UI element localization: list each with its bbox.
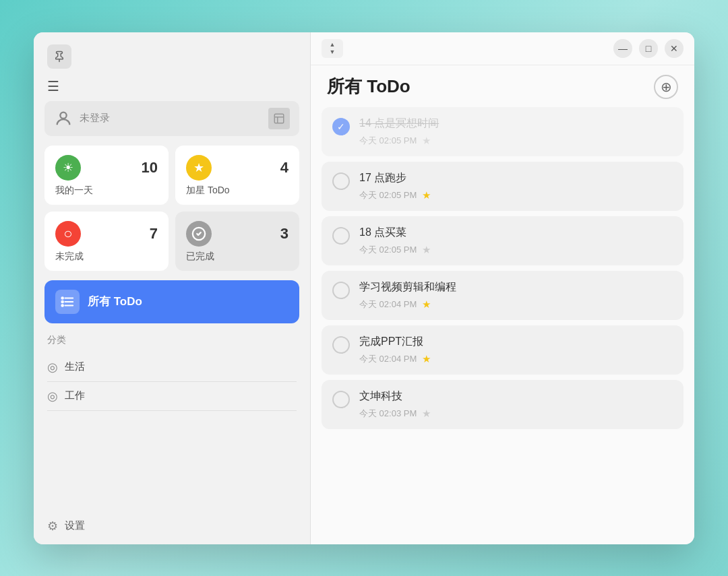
sort-up-icon: ▲ (330, 42, 336, 48)
user-icon (54, 109, 73, 128)
todo-item-2[interactable]: 17 点跑步 今天 02:05 PM ★ (322, 162, 684, 211)
todo-time-1: 今天 02:05 PM (359, 135, 417, 147)
all-todo-label: 所有 ToDo (88, 294, 142, 309)
todo-star-3[interactable]: ★ (422, 244, 431, 256)
stat-card-completed[interactable]: 3 已完成 (175, 212, 299, 271)
categories-title: 分类 (47, 334, 297, 346)
stat-label-incomplete: 未完成 (55, 251, 158, 263)
user-label: 未登录 (80, 112, 110, 125)
sidebar-header: ☰ (34, 77, 310, 101)
stat-card-my-day[interactable]: ☀ 10 我的一天 (44, 146, 169, 205)
stat-card-incomplete[interactable]: ○ 7 未完成 (44, 212, 169, 271)
todo-star-6[interactable]: ★ (422, 408, 431, 420)
todo-item-3[interactable]: 18 点买菜 今天 02:05 PM ★ (322, 216, 684, 265)
category-name-life: 生活 (65, 360, 264, 373)
categories-section: 分类 ◎ 生活 ✎ 🗑 ◎ 工作 ✎ 🗑 (34, 334, 310, 508)
sidebar-top (34, 32, 310, 77)
todo-check-5[interactable] (332, 336, 350, 354)
todo-meta-4: 今天 02:04 PM ★ (359, 298, 673, 311)
todo-check-3[interactable] (332, 227, 350, 245)
main-titlebar: ▲ ▼ — □ ✕ (311, 32, 694, 65)
main-header: 所有 ToDo ⊕ (311, 65, 694, 107)
stat-label-completed: 已完成 (186, 251, 289, 263)
todo-body-2: 17 点跑步 今天 02:05 PM ★ (359, 171, 673, 201)
minimize-button[interactable]: — (613, 39, 632, 58)
todo-time-4: 今天 02:04 PM (359, 298, 417, 311)
stat-count-starred: 4 (280, 159, 289, 177)
category-icon-work: ◎ (47, 389, 58, 404)
todo-check-1[interactable]: ✓ (332, 118, 350, 135)
todo-time-5: 今天 02:04 PM (359, 353, 417, 365)
sort-button[interactable]: ▲ ▼ (322, 39, 343, 58)
stat-icon-my-day: ☀ (55, 155, 81, 181)
todo-star-2[interactable]: ★ (422, 189, 431, 201)
all-todo-nav[interactable]: 所有 ToDo (44, 280, 299, 323)
main-content: ▲ ▼ — □ ✕ 所有 ToDo ⊕ ✓ 14 点是冥想时间 今天 02:05… (310, 32, 694, 544)
sidebar: ☰ 未登录 ☀ 10 (34, 32, 310, 544)
settings-icon: ⚙ (47, 519, 58, 534)
stat-label-my-day: 我的一天 (55, 185, 158, 197)
todo-list: ✓ 14 点是冥想时间 今天 02:05 PM ★ 17 点跑步 今天 02:0… (311, 107, 694, 544)
todo-star-1[interactable]: ★ (422, 135, 431, 147)
stat-cards: ☀ 10 我的一天 ★ 4 加星 ToDo ○ 7 未完成 (34, 146, 310, 278)
delete-life-icon[interactable]: 🗑 (286, 361, 297, 373)
all-todo-icon (55, 290, 80, 314)
todo-title-1: 14 点是冥想时间 (359, 117, 673, 131)
user-bar[interactable]: 未登录 (44, 101, 299, 136)
todo-body-4: 学习视频剪辑和编程 今天 02:04 PM ★ (359, 280, 673, 311)
stat-label-starred: 加星 ToDo (186, 185, 289, 197)
todo-title-5: 完成PPT汇报 (359, 335, 673, 349)
todo-star-5[interactable]: ★ (422, 353, 431, 365)
pin-icon[interactable] (47, 44, 71, 69)
todo-check-6[interactable] (332, 391, 350, 408)
category-name-work: 工作 (65, 389, 264, 402)
svg-point-9 (61, 305, 63, 307)
window-controls: — □ ✕ (613, 39, 684, 58)
hamburger-icon[interactable]: ☰ (47, 79, 59, 93)
edit-work-icon[interactable]: ✎ (271, 390, 280, 402)
user-avatar[interactable] (268, 108, 290, 129)
todo-item-4[interactable]: 学习视频剪辑和编程 今天 02:04 PM ★ (322, 271, 684, 320)
todo-meta-2: 今天 02:05 PM ★ (359, 189, 673, 201)
svg-point-7 (61, 297, 63, 299)
stat-count-my-day: 10 (142, 159, 158, 177)
todo-meta-5: 今天 02:04 PM ★ (359, 353, 673, 365)
category-item-life[interactable]: ◎ 生活 ✎ 🗑 (47, 353, 297, 381)
todo-time-3: 今天 02:05 PM (359, 244, 417, 256)
svg-point-1 (60, 112, 66, 118)
todo-title-3: 18 点买菜 (359, 226, 673, 240)
todo-item-1[interactable]: ✓ 14 点是冥想时间 今天 02:05 PM ★ (322, 107, 684, 156)
add-todo-button[interactable]: ⊕ (654, 75, 678, 99)
category-item-work[interactable]: ◎ 工作 ✎ 🗑 (47, 382, 297, 410)
todo-item-6[interactable]: 文坤科技 今天 02:03 PM ★ (322, 380, 684, 429)
todo-body-6: 文坤科技 今天 02:03 PM ★ (359, 389, 673, 420)
delete-work-icon[interactable]: 🗑 (286, 390, 297, 402)
category-icon-life: ◎ (47, 360, 58, 375)
main-title: 所有 ToDo (327, 75, 411, 98)
settings-item[interactable]: ⚙ 设置 (34, 508, 310, 544)
todo-time-2: 今天 02:05 PM (359, 189, 417, 201)
app-window: ☰ 未登录 ☀ 10 (34, 32, 694, 544)
todo-star-4[interactable]: ★ (422, 298, 431, 311)
todo-check-2[interactable] (332, 172, 350, 190)
todo-item-5[interactable]: 完成PPT汇报 今天 02:04 PM ★ (322, 325, 684, 375)
stat-card-starred[interactable]: ★ 4 加星 ToDo (175, 146, 299, 205)
todo-body-3: 18 点买菜 今天 02:05 PM ★ (359, 226, 673, 256)
settings-label: 设置 (65, 519, 85, 532)
todo-meta-3: 今天 02:05 PM ★ (359, 244, 673, 256)
user-left: 未登录 (54, 109, 110, 128)
sort-down-icon: ▼ (330, 49, 336, 55)
svg-rect-2 (274, 114, 284, 123)
category-divider-2 (47, 410, 297, 411)
stat-icon-completed (186, 221, 212, 247)
maximize-button[interactable]: □ (639, 39, 658, 58)
todo-meta-1: 今天 02:05 PM ★ (359, 135, 673, 147)
edit-life-icon[interactable]: ✎ (271, 361, 280, 373)
todo-check-4[interactable] (332, 282, 350, 299)
todo-body-5: 完成PPT汇报 今天 02:04 PM ★ (359, 335, 673, 365)
todo-title-2: 17 点跑步 (359, 171, 673, 185)
todo-body-1: 14 点是冥想时间 今天 02:05 PM ★ (359, 117, 673, 147)
stat-count-completed: 3 (280, 225, 289, 243)
todo-meta-6: 今天 02:03 PM ★ (359, 408, 673, 420)
close-button[interactable]: ✕ (665, 39, 684, 58)
